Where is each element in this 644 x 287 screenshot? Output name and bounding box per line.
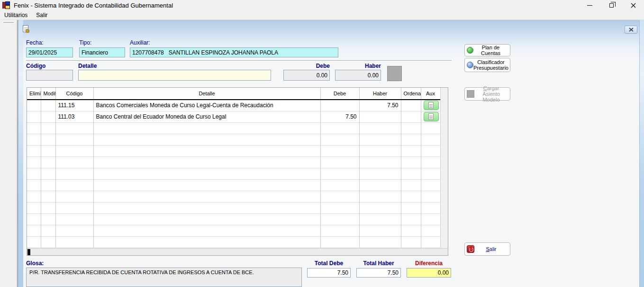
cell-debe [320,179,359,191]
cell-elimin [27,168,41,179]
total-debe-value: 7.50 [307,268,351,278]
table-empty-row [27,202,440,213]
table-empty-row [27,179,440,191]
total-debe-label: Total Debe [307,260,351,267]
cell-haber [359,225,401,236]
cell-ordenar [401,100,421,111]
cell-haber [359,145,401,157]
table-empty-row [27,191,440,202]
cell-aux [421,111,440,122]
close-button[interactable] [622,0,644,10]
cell-elimin [27,179,41,191]
detalle-input[interactable] [78,70,271,81]
cell-elimin [27,157,41,168]
panel-splitter-handle[interactable] [3,22,14,23]
cell-codigo [55,179,93,191]
auxiliar-input[interactable]: 1207708478 SANTILLAN ESPINOZA JOHANNA PA… [130,47,338,57]
fecha-label: Fecha: [26,39,44,46]
total-haber-value: 7.50 [356,268,401,278]
menu-utilitarios[interactable]: Utilitarios [0,11,32,19]
auxiliar-label: Auxiliar: [130,39,150,46]
cell-modif [41,157,55,168]
cell-aux [421,145,440,157]
close-icon [631,3,636,8]
minimize-button[interactable] [579,0,600,10]
child-close-button[interactable] [625,26,637,34]
aux-button[interactable] [424,112,439,121]
haber-input[interactable]: 0.00 [335,70,381,81]
cell-codigo [55,213,93,225]
aux-button[interactable] [424,101,439,110]
cell-aux [421,191,440,202]
plan-de-cuentas-button[interactable]: Plan de Cuentas [464,44,510,56]
table-empty-row [27,236,440,248]
cell-modif [41,236,55,248]
column-header-cdigo: Código [55,88,93,100]
cell-codigo [55,122,93,134]
cell-debe [320,225,359,236]
cell-elimin [27,145,41,157]
window-frame-scrollbar[interactable] [639,20,644,287]
cell-aux [421,134,440,145]
column-header-elimin: Elimin [27,88,41,100]
cell-codigo [55,191,93,202]
restore-button[interactable] [600,0,622,10]
column-header-debe: Debe [320,88,359,100]
cell-codigo [55,134,93,145]
column-header-detalle: Detalle [93,88,320,100]
table-horizontal-scrollbar[interactable] [27,248,448,255]
cell-haber [359,236,401,248]
plan-de-cuentas-label: Plan de Cuentas [473,45,508,56]
cell-haber [359,202,401,213]
gray-square-icon [467,90,474,98]
fecha-input[interactable]: 29/01/2025 [26,47,73,57]
table-scrollbar-thumb[interactable] [27,249,30,255]
cell-aux [421,157,440,168]
cell-elimin [27,236,41,248]
cell-detalle [93,225,320,236]
cell-codigo [55,157,93,168]
codigo-label: Código [26,63,45,69]
cell-codigo: 111.03 [55,111,93,122]
cell-ordenar [401,202,421,213]
table-empty-row [27,157,440,168]
salir-button[interactable]: Salir [464,242,510,256]
cell-ordenar [401,213,421,225]
cell-elimin [27,213,41,225]
app-icon [2,1,10,9]
separator-line [26,60,452,61]
cell-debe: 7.50 [320,111,359,122]
clasificador-presupuestario-button[interactable]: Clasificador Presupuestario [464,58,510,72]
cell-ordenar [401,225,421,236]
cell-detalle [93,179,320,191]
left-panel [0,20,18,287]
cell-haber [359,157,401,168]
cell-debe [320,145,359,157]
column-header-haber: Haber [359,88,401,100]
cell-modif [41,134,55,145]
add-entry-button[interactable] [387,66,402,81]
cell-codigo [55,145,93,157]
cell-codigo [55,236,93,248]
cell-elimin [27,111,41,122]
table-vertical-scrollbar[interactable] [440,88,448,248]
tipo-input[interactable]: Financiero [79,47,125,57]
cell-debe [320,134,359,145]
cell-codigo [55,202,93,213]
debe-input[interactable]: 0.00 [283,70,330,81]
cargar-asiento-modelo-button[interactable]: Cargar Asiento Modelo [464,87,510,101]
menu-salir[interactable]: Salir [32,11,52,19]
cell-ordenar [401,236,421,248]
glosa-input[interactable]: P/R. TRANSFERENCIA RECIBIDA DE CUENTA RO… [26,268,302,287]
table-empty-row [27,134,440,145]
restore-icon [609,3,614,8]
window-title: Fenix - Sistema Integrado de Contabilida… [14,2,173,9]
codigo-input[interactable] [26,70,73,81]
cell-ordenar [401,191,421,202]
cell-codigo [55,168,93,179]
cell-elimin [27,100,41,111]
cell-ordenar [401,179,421,191]
table-header-row: EliminModifCódigoDetalleDebeHaberOrdenar… [27,88,440,100]
total-haber-label: Total Haber [356,260,401,267]
power-icon [467,245,474,253]
